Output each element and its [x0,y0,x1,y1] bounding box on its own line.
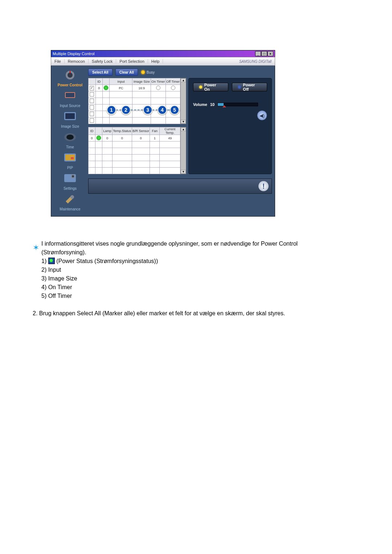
callout-5: 5 [170,105,179,115]
power-on-button[interactable]: Power On [193,83,228,91]
scrollbar[interactable]: ▲▼ [180,78,186,124]
table-row[interactable] [89,161,180,168]
speaker-icon[interactable]: ◀) [257,110,267,120]
svg-rect-4 [66,93,74,97]
svg-point-15 [70,195,74,199]
table-row[interactable]: 0PC16:9 [89,85,180,91]
power-led-icon [97,136,101,140]
power-on-led-icon [199,86,202,89]
timer-indicator-icon [171,86,175,90]
maximize-button[interactable]: □ [261,51,267,56]
document-text: ✶ I informationsgitteret vises nogle gru… [33,239,334,318]
busy-indicator: Busy [141,70,155,74]
power-status-icon [48,258,55,264]
maintenance-icon [62,193,78,206]
select-all-button[interactable]: Select All [88,69,113,76]
row-checkbox[interactable] [90,112,94,116]
doc-p1: I informationsgitteret vises nogle grund… [41,239,334,257]
table-row[interactable] [89,98,180,104]
statusbar: ! [88,178,272,194]
power-off-button[interactable]: Power Off [232,83,267,91]
display-grid: IDInputImage SizeOn TimerOff Timer0PC16:… [88,78,186,124]
svg-rect-11 [71,157,74,159]
titlebar: Multiple Display Control _ □ × [51,50,275,57]
pip-icon [62,151,78,165]
doc-p2: 2. Brug knappen Select All (Marker alle)… [33,309,334,318]
timer-indicator-icon [156,86,160,90]
sidebar: Power Control Input Source Image Size Ti… [54,69,86,213]
volume-slider[interactable] [217,103,258,106]
sidebar-item-power-control[interactable]: Power Control [54,69,86,87]
settings-icon [62,172,78,186]
table-row[interactable]: 0000149 [89,135,180,141]
time-icon [62,131,78,144]
brand-label: SAMSUNG DIGITall [236,59,275,63]
sidebar-item-maintenance[interactable]: Maintenance [54,193,86,211]
star-bullet-icon: ✶ [33,242,39,254]
menu-remocon[interactable]: Remocon [65,59,89,63]
status-grid: IDLampTemp.StatusB/R SensorFanCurrent Te… [88,127,186,174]
table-row[interactable] [89,141,180,148]
callout-overlay: 1 2 3 4 5 [107,105,179,115]
window-title: Multiple Display Control [53,52,95,56]
sidebar-item-time[interactable]: Time [54,131,86,149]
table-row[interactable] [89,148,180,155]
power-led-icon [104,86,108,90]
row-checkbox[interactable] [90,105,94,110]
callout-3: 3 [143,105,152,115]
sidebar-item-settings[interactable]: Settings [54,172,86,190]
busy-led-icon [141,70,145,74]
row-checkbox[interactable] [90,118,94,123]
menubar: File Remocon Safety Lock Port Selection … [51,57,275,66]
sidebar-item-image-size[interactable]: Image Size [54,110,86,128]
sidebar-item-pip[interactable]: PIP [54,151,86,170]
menu-file[interactable]: File [51,59,65,63]
scrollbar[interactable]: ▲▼ [180,127,186,174]
alert-icon: ! [258,181,269,191]
image-size-icon [62,110,78,124]
application-window: Multiple Display Control _ □ × File Remo… [51,50,275,217]
table-row[interactable] [89,91,180,98]
svg-point-14 [72,175,74,177]
callout-1: 1 [107,105,116,115]
power-panel: Power On Power Off Volume 10 [188,78,272,174]
menu-safety-lock[interactable]: Safety Lock [89,59,116,63]
input-source-icon [62,89,78,103]
volume-value: 10 [210,102,215,107]
table-row[interactable] [89,118,180,124]
close-button[interactable]: × [268,51,273,56]
row-checkbox[interactable] [90,86,94,90]
menu-help[interactable]: Help [148,59,163,63]
row-checkbox[interactable] [90,92,94,97]
table-row[interactable] [89,168,180,174]
callout-2: 2 [121,105,131,115]
callout-4: 4 [158,105,167,115]
grid-toolbar: Select All Clear All Busy [88,69,272,76]
row-checkbox[interactable] [90,99,94,103]
svg-rect-2 [70,71,70,74]
minimize-button[interactable]: _ [255,51,261,56]
volume-label: Volume [193,102,207,107]
clear-all-button[interactable]: Clear All [115,69,138,76]
svg-rect-6 [65,113,75,119]
svg-point-8 [66,135,74,140]
menu-port-selection[interactable]: Port Selection [116,59,148,63]
power-icon [62,69,78,82]
power-off-led-icon [238,86,241,89]
table-row[interactable] [89,155,180,161]
sidebar-item-input-source[interactable]: Input Source [54,89,86,108]
